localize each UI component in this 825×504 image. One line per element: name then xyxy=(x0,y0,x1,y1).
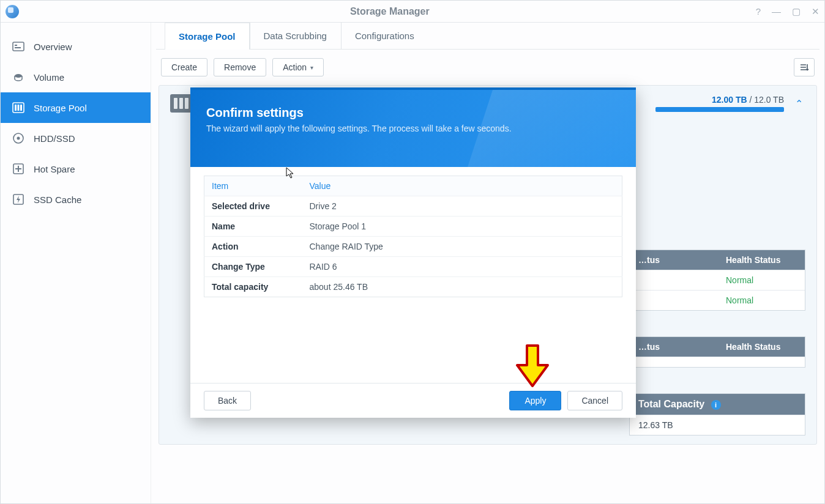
svg-rect-1 xyxy=(15,45,17,46)
tab-configurations[interactable]: Configurations xyxy=(341,22,428,49)
remove-button[interactable]: Remove xyxy=(214,58,266,76)
close-icon[interactable]: ✕ xyxy=(812,6,819,17)
svg-rect-11 xyxy=(15,168,21,169)
capacity-bar xyxy=(655,107,784,112)
sidebar-item-volume[interactable]: Volume xyxy=(1,62,151,92)
table-row[interactable]: Normal xyxy=(630,270,805,290)
storage-pool-icon xyxy=(12,101,25,114)
sidebar-item-label: SSD Cache xyxy=(34,195,81,205)
table-header: …tus Health Status xyxy=(630,250,805,270)
cell xyxy=(630,291,717,310)
confirm-settings-modal: ✕ Confirm settings The wizard will apply… xyxy=(190,87,636,418)
total-capacity: 12.0 TB xyxy=(754,95,784,105)
cell-key: Change Type xyxy=(204,257,302,277)
drives-table: …tus Health Status Normal Normal xyxy=(629,250,805,311)
ssd-cache-icon xyxy=(12,193,25,206)
capacity: 12.00 TB / 12.0 TB xyxy=(643,95,784,112)
volume-icon xyxy=(12,70,25,84)
apply-button[interactable]: Apply xyxy=(509,391,561,410)
collapse-toggle[interactable]: ⌃ xyxy=(793,98,805,109)
sidebar-item-overview[interactable]: Overview xyxy=(1,31,151,62)
svg-rect-5 xyxy=(18,105,20,111)
sort-button[interactable] xyxy=(794,58,815,76)
raid-header: Total Capacity i xyxy=(630,394,805,415)
action-button-label: Action xyxy=(283,62,307,72)
sidebar-item-hdd-ssd[interactable]: HDD/SSD xyxy=(1,123,151,154)
raid-value: 12.63 TB xyxy=(630,415,805,435)
window-controls: ? — ▢ ✕ xyxy=(756,6,819,17)
cell-val: Drive 2 xyxy=(302,196,622,217)
cell xyxy=(630,270,717,290)
cell-val: about 25.46 TB xyxy=(302,277,622,297)
table-row: Total capacity about 25.46 TB xyxy=(204,277,622,297)
modal-title: Confirm settings xyxy=(206,106,620,120)
action-button[interactable]: Action ▾ xyxy=(272,58,324,76)
cell-val: RAID 6 xyxy=(302,257,622,277)
cell-key: Total capacity xyxy=(204,277,302,297)
modal-banner: Confirm settings The wizard will apply t… xyxy=(190,90,636,167)
cancel-button[interactable]: Cancel xyxy=(567,391,622,410)
sidebar-item-label: Hot Spare xyxy=(34,164,75,174)
info-icon[interactable]: i xyxy=(711,400,721,410)
capacity-text: 12.00 TB / 12.0 TB xyxy=(712,95,784,105)
raid-row: 12.63 TB xyxy=(630,415,805,435)
cell-val: Storage Pool 1 xyxy=(302,217,622,237)
sidebar-item-ssd-cache[interactable]: SSD Cache xyxy=(1,184,151,215)
cell-val: Change RAID Type xyxy=(302,237,622,257)
settings-table: Item Value Selected drive Drive 2 Name S… xyxy=(204,176,622,297)
hot-spare-icon xyxy=(12,162,25,176)
cell-health: Normal xyxy=(717,291,805,310)
sidebar-item-label: Volume xyxy=(34,72,64,83)
table-row: Change Type RAID 6 xyxy=(204,257,622,277)
used-capacity: 12.00 TB xyxy=(712,95,747,105)
back-button[interactable]: Back xyxy=(204,391,251,410)
drives-table-2: …tus Health Status xyxy=(629,336,805,368)
hdd-icon xyxy=(12,132,25,145)
pool-icon xyxy=(170,94,192,113)
svg-rect-2 xyxy=(15,47,21,48)
chevron-down-icon: ▾ xyxy=(310,64,313,71)
sidebar-item-label: HDD/SSD xyxy=(34,133,75,144)
col-status: …tus xyxy=(630,337,717,357)
cell xyxy=(630,357,717,367)
sidebar-item-hot-spare[interactable]: Hot Spare xyxy=(1,154,151,184)
cell-health: Normal xyxy=(717,270,805,290)
col-status: …tus xyxy=(630,250,717,270)
svg-rect-0 xyxy=(13,42,24,51)
create-button[interactable]: Create xyxy=(161,58,207,76)
col-total-capacity: Total Capacity i xyxy=(630,394,805,415)
app-window: Storage Manager ? — ▢ ✕ Overview Volume xyxy=(0,0,825,504)
table-row[interactable]: Normal xyxy=(630,290,805,310)
cell-key: Name xyxy=(204,217,302,237)
toolbar: Create Remove Action ▾ xyxy=(156,50,819,85)
col-label: Total Capacity xyxy=(638,399,704,409)
tabs: Storage Pool Data Scrubbing Configuratio… xyxy=(156,23,819,50)
sidebar: Overview Volume Storage Pool HDD/SSD xyxy=(1,23,151,503)
modal-footer: Back Apply Cancel xyxy=(190,383,636,418)
tab-storage-pool[interactable]: Storage Pool xyxy=(165,23,250,50)
cell-key: Action xyxy=(204,237,302,257)
maximize-icon[interactable]: ▢ xyxy=(792,6,801,17)
table-header: …tus Health Status xyxy=(630,337,805,357)
svg-rect-6 xyxy=(20,105,22,111)
col-health: Health Status xyxy=(717,337,805,357)
minimize-icon[interactable]: — xyxy=(772,6,781,17)
sidebar-item-label: Storage Pool xyxy=(34,103,87,113)
titlebar: Storage Manager ? — ▢ ✕ xyxy=(1,1,824,23)
help-icon[interactable]: ? xyxy=(756,6,761,17)
table-row: Name Storage Pool 1 xyxy=(204,217,622,237)
modal-body: Item Value Selected drive Drive 2 Name S… xyxy=(190,167,636,383)
cell xyxy=(717,357,805,367)
table-row: Selected drive Drive 2 xyxy=(204,196,622,217)
table-row[interactable] xyxy=(630,357,805,367)
cell-key: Selected drive xyxy=(204,196,302,217)
svg-point-8 xyxy=(17,137,20,140)
sidebar-item-label: Overview xyxy=(34,42,72,52)
tab-data-scrubbing[interactable]: Data Scrubbing xyxy=(250,22,341,49)
app-icon xyxy=(6,5,19,18)
col-value: Value xyxy=(302,176,622,196)
table-row: Action Change RAID Type xyxy=(204,237,622,257)
sidebar-item-storage-pool[interactable]: Storage Pool xyxy=(1,92,151,123)
col-item: Item xyxy=(204,176,302,196)
overview-icon xyxy=(12,40,25,53)
